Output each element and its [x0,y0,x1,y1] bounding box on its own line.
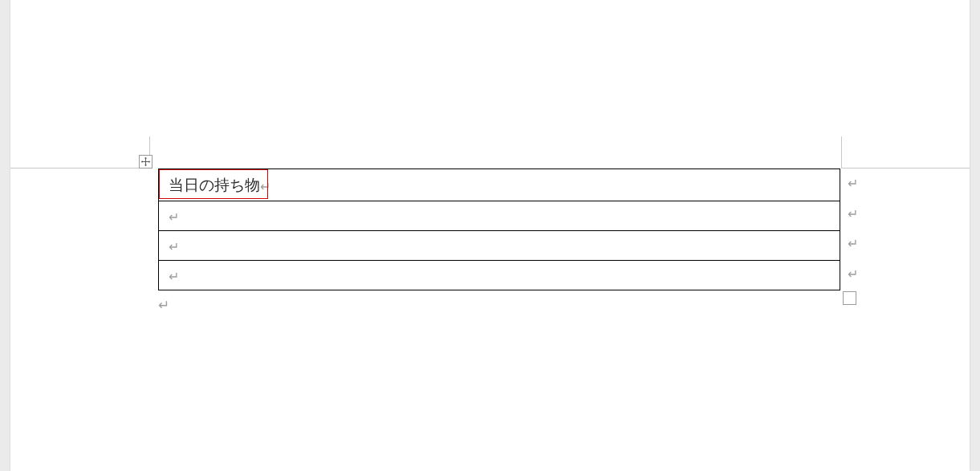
row-end-mark-icon: ↵ [848,266,858,282]
paragraph-mark-icon: ↵ [260,180,270,193]
paragraph-mark-icon: ↵ [169,240,179,254]
margin-guide-right-tick [841,136,842,169]
table-row[interactable]: ↵ [159,261,840,290]
paragraph-mark-icon: ↵ [169,210,179,224]
move-icon [140,156,151,167]
table-move-handle[interactable] [139,155,152,169]
table-cell[interactable]: ↵ [159,231,840,261]
table-row[interactable]: ↵ [159,201,840,231]
row-end-mark-icon: ↵ [848,206,858,221]
table-row[interactable]: ↵ [159,231,840,261]
row-end-mark-icon: ↵ [848,236,858,251]
row-end-mark-icon: ↵ [848,176,858,191]
cell-text: 当日の持ち物 [169,177,260,193]
paragraph-mark-icon: ↵ [158,297,169,314]
table-cell[interactable]: ↵ [159,261,840,290]
table-row[interactable]: 当日の持ち物↵ [159,169,840,201]
document-table[interactable]: 当日の持ち物↵ ↵ ↵ ↵ [158,169,840,290]
paragraph-mark-icon: ↵ [169,270,179,283]
table-cell[interactable]: 当日の持ち物↵ [159,169,840,201]
document-page: 当日の持ち物↵ ↵ ↵ ↵ ↵ ↵ ↵ ↵ ↵ [10,0,970,471]
table-cell[interactable]: ↵ [159,201,840,231]
table-resize-handle[interactable] [843,291,856,305]
